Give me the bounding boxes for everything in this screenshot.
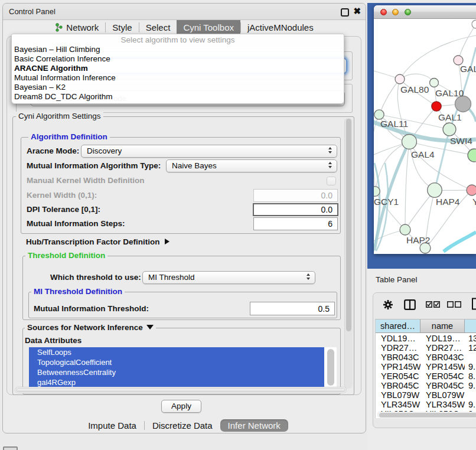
table-cell[interactable]: 8.	[465, 371, 476, 381]
table-cell[interactable]	[465, 353, 476, 362]
which-threshold-combobox[interactable]: MI Threshold	[142, 271, 315, 284]
column-header-name[interactable]: name	[420, 319, 465, 333]
list-item[interactable]: BetweennessCentrality	[29, 367, 324, 377]
kernel-width-field[interactable]	[253, 189, 338, 202]
split-columns-icon[interactable]	[404, 299, 416, 310]
network-node[interactable]	[467, 185, 476, 195]
tab-network[interactable]: Network	[48, 20, 105, 35]
float-window-icon[interactable]	[341, 8, 349, 17]
network-node[interactable]	[472, 20, 476, 28]
hub-transcription-row[interactable]: Hub/Transcription Factor Definition	[26, 236, 169, 249]
table-cell[interactable]: YDR27…	[420, 343, 465, 353]
tab-style[interactable]: Style	[106, 20, 138, 35]
menu-item-bayesian-hill-climbing[interactable]: Bayesian – Hill Climbing	[12, 45, 344, 54]
zoom-traffic-light[interactable]	[405, 9, 411, 15]
table-cell[interactable]: YLR345W	[420, 400, 465, 409]
network-node[interactable]	[428, 183, 442, 198]
manual-kernel-width-checkbox[interactable]	[327, 177, 336, 185]
attributes-vscrollbar-thumb[interactable]	[327, 349, 334, 386]
tab-infer-network[interactable]: Infer Network	[220, 419, 288, 432]
document-icon[interactable]	[471, 298, 476, 310]
mi-threshold-field[interactable]	[250, 302, 335, 315]
menu-item-mutual-information-inference[interactable]: Mutual Information Inference	[12, 73, 344, 83]
gear-icon[interactable]	[383, 299, 393, 310]
table-row[interactable]: YLR345WYLR345W9.	[376, 400, 476, 409]
network-edge[interactable]	[405, 142, 409, 230]
network-node[interactable]	[400, 224, 410, 235]
list-item[interactable]: SelfLoops	[29, 347, 324, 357]
list-item[interactable]: gal4RGexp	[29, 377, 324, 387]
table-row[interactable]: YBR045CYBR045C9.	[376, 381, 476, 390]
expand-right-icon[interactable]	[165, 239, 169, 244]
menu-item-basic-correlation-inference[interactable]: Basic Correlation Inference	[12, 54, 344, 64]
minimized-window-icon[interactable]	[3, 446, 18, 450]
aracne-mode-combobox[interactable]: Discovery	[81, 145, 337, 158]
table-row[interactable]: YBR043CYBR043C	[376, 353, 476, 362]
table-cell[interactable]: YER054C	[420, 371, 465, 381]
table-row[interactable]: YPR145WYPR145W9.	[376, 362, 476, 371]
apply-button[interactable]: Apply	[161, 400, 201, 413]
network-edge[interactable]	[444, 232, 476, 252]
tab-select[interactable]: Select	[139, 20, 177, 35]
tab-cyni-toolbox[interactable]: Cyni Toolbox	[177, 20, 240, 35]
table-cell[interactable]: 9.	[465, 400, 476, 409]
minimize-traffic-light[interactable]	[392, 9, 399, 15]
menu-item-dream8-dc-tdc-algorithm[interactable]: Dream8 DC_TDC Algorithm	[12, 92, 344, 102]
close-icon[interactable]: ✖	[353, 4, 361, 19]
table-cell[interactable]: YDR27…	[376, 343, 420, 353]
tab-impute-data[interactable]: Impute Data	[80, 419, 144, 432]
table-row[interactable]: YBL079WYBL079W	[376, 390, 476, 400]
table-cell[interactable]: YDL19…	[376, 334, 420, 343]
table-cell[interactable]: 13	[465, 334, 476, 343]
network-edge[interactable]	[400, 74, 434, 83]
network-node[interactable]	[395, 74, 405, 84]
table-cell[interactable]	[465, 390, 476, 400]
table-cell[interactable]: YBR045C	[420, 381, 465, 390]
network-node[interactable]	[374, 110, 384, 119]
list-item[interactable]: TopologicalCoefficient	[29, 357, 324, 367]
menu-item-aracne-algorithm[interactable]: ARACNE Algorithm	[12, 64, 344, 73]
table-cell[interactable]: YBR043C	[376, 353, 420, 362]
mi-steps-field[interactable]	[253, 217, 338, 230]
table-cell[interactable]: YER054C	[376, 371, 420, 381]
network-node[interactable]	[468, 149, 476, 162]
table-cell[interactable]: YLR345W	[376, 400, 420, 409]
close-traffic-light[interactable]	[380, 9, 387, 15]
unchecked-checkboxes-icon[interactable]	[447, 301, 461, 308]
column-header-partial[interactable]	[465, 319, 476, 333]
menu-item-bayesian-k2[interactable]: Bayesian – K2	[12, 83, 344, 92]
network-edge[interactable]	[379, 79, 400, 115]
table-cell[interactable]: YBL079W	[376, 390, 420, 400]
checked-checkboxes-icon[interactable]	[426, 301, 440, 308]
network-window-titlebar[interactable]	[374, 5, 476, 19]
network-node[interactable]	[432, 102, 441, 111]
column-header-shared-name[interactable]: shared…	[376, 319, 420, 333]
network-canvas[interactable]: GALGAL80GAL10GAL1GAL11SWI4GAL4GCY1HAP4YH…	[374, 18, 476, 254]
table-row[interactable]: YER054CYER054C8.	[376, 371, 476, 381]
mi-algorithm-type-combobox[interactable]: Naive Bayes	[166, 159, 337, 172]
tab-discretize-data[interactable]: Discretize Data	[145, 419, 220, 432]
network-node[interactable]	[430, 79, 439, 87]
settings-vscrollbar-thumb[interactable]	[346, 119, 351, 331]
sources-title[interactable]: Sources for Network Inference	[25, 323, 156, 332]
settings-hscrollbar-thumb[interactable]	[16, 388, 345, 392]
dpi-tolerance-field[interactable]	[253, 203, 338, 216]
table-cell[interactable]: YBL079W	[420, 390, 465, 400]
control-panel-titlebar[interactable]: Control Panel ✖	[3, 4, 366, 20]
table-cell[interactable]: YBR043C	[420, 353, 465, 362]
table-cell[interactable]: 12	[465, 343, 476, 353]
table-cell[interactable]: YBR045C	[376, 381, 420, 390]
table-hscrollbar-thumb[interactable]	[379, 413, 476, 418]
table-cell[interactable]: YDL19…	[420, 334, 465, 343]
network-node[interactable]	[374, 187, 380, 197]
network-node[interactable]	[443, 123, 456, 136]
table-cell[interactable]: YPR145W	[376, 362, 420, 371]
network-node[interactable]	[455, 96, 471, 112]
network-node[interactable]	[402, 135, 417, 149]
table-cell[interactable]: 9.	[465, 362, 476, 371]
table-cell[interactable]: 9.	[465, 381, 476, 390]
table-cell[interactable]: YPR145W	[420, 362, 465, 371]
settings-hscrollbar[interactable]	[15, 387, 347, 393]
tab-jactivemnodules[interactable]: jActiveMNodules	[241, 20, 320, 35]
table-row[interactable]: YDR27…YDR27…12	[376, 343, 476, 353]
